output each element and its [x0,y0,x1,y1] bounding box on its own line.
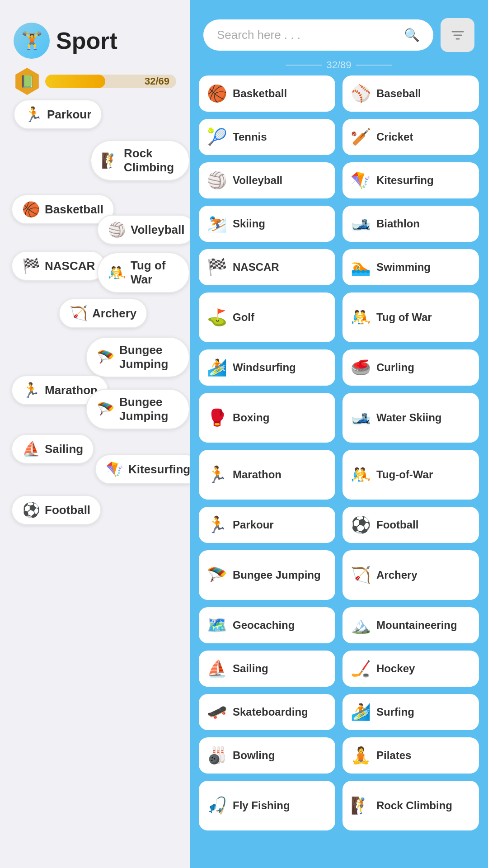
grid-item-kitesurfing[interactable]: 🪁Kitesurfing [343,162,479,198]
grid-emoji: 🗺️ [207,616,227,635]
grid-item-pilates[interactable]: 🧘Pilates [343,737,479,774]
grid-label: Mountaineering [376,619,457,632]
grid-item-bowling[interactable]: 🎳Bowling [199,737,335,774]
grid-item-baseball[interactable]: ⚾Baseball [343,75,479,112]
grid-item-windsurfing[interactable]: 🏄Windsurfing [199,349,335,386]
card-label: Marathon [45,383,98,397]
grid-emoji: 🧘 [351,746,371,765]
right-progress-label: 32/89 [190,57,488,75]
search-box[interactable]: Search here . . . 🔍 [203,19,433,51]
grid-item-rock-climbing[interactable]: 🧗Rock Climbing [343,781,479,830]
grid-label: Curling [376,361,414,374]
left-card-nascar[interactable]: 🏁NASCAR [11,251,106,281]
grid-emoji: 🏃 [207,465,227,484]
grid-emoji: 🪂 [207,566,227,585]
card-label: Basketball [45,203,103,217]
left-card-football[interactable]: ⚽Football [11,495,101,525]
grid-label: Bowling [233,749,275,762]
grid-item-nascar[interactable]: 🏁NASCAR [199,249,335,285]
left-card-bungee-jumping-1[interactable]: 🪂Bungee Jumping [86,337,190,377]
grid-emoji: 🧗 [351,796,371,815]
grid-label: Geocaching [233,619,295,632]
card-label: Kitesurfing [128,462,190,476]
grid-label: Volleyball [233,174,282,187]
grid-item-football[interactable]: ⚽Football [343,507,479,543]
card-emoji: 🏃 [22,382,40,399]
grid-emoji: 🪁 [351,171,371,190]
grid-item-swimming[interactable]: 🏊Swimming [343,249,479,285]
grid-item-archery[interactable]: 🏹Archery [343,550,479,600]
grid-label: Basketball [233,87,287,100]
grid-item-mountaineering[interactable]: 🏔️Mountaineering [343,607,479,643]
left-card-archery[interactable]: 🏹Archery [59,298,147,328]
card-label: Sailing [45,442,83,456]
grid-label: Biathlon [376,217,420,230]
grid-item-skateboarding[interactable]: 🛹Skateboarding [199,694,335,730]
left-card-parkour[interactable]: 🏃Parkour [14,99,102,129]
grid-label: NASCAR [233,261,279,274]
grid-label: Skateboarding [233,706,308,718]
left-card-rock-climbing[interactable]: 🧗Rock Climbing [90,140,190,181]
grid-item-hockey[interactable]: 🏒Hockey [343,651,479,687]
grid-emoji: 🏹 [351,566,371,585]
card-label: Tug of War [131,259,179,287]
search-placeholder[interactable]: Search here . . . [217,28,399,42]
grid-item-sailing[interactable]: ⛵Sailing [199,651,335,687]
grid-label: Skiing [233,217,265,230]
grid-item-geocaching[interactable]: 🗺️Geocaching [199,607,335,643]
progress-track: 32/69 [45,75,176,88]
grid-emoji: ⛷️ [207,214,227,233]
left-card-basketball[interactable]: 🏀Basketball [11,194,114,224]
left-card-bungee-jumping-2[interactable]: 🪂Bungee Jumping [86,389,190,429]
grid-item-boxing[interactable]: 🥊Boxing [199,393,335,443]
grid-emoji: 🏃 [207,515,227,534]
grid-item-marathon[interactable]: 🏃Marathon [199,450,335,500]
left-header: 🏋️ Sport [0,0,190,63]
grid-label: Boxing [233,411,269,424]
grid-item-fly-fishing[interactable]: 🎣Fly Fishing [199,781,335,830]
left-card-volleyball[interactable]: 🏐Volleyball [97,215,190,245]
grid-label: Cricket [376,131,413,143]
grid-label: Kitesurfing [376,174,434,187]
grid-item-parkour[interactable]: 🏃Parkour [199,507,335,543]
left-card-tug-of-war[interactable]: 🤼Tug of War [97,252,190,293]
grid-emoji: 🎣 [207,796,227,815]
card-label: Volleyball [131,223,184,237]
card-label: Rock Climbing [124,146,179,175]
progress-text: 32/69 [145,75,169,87]
grid-emoji: 🤼 [351,465,371,484]
grid-emoji: ⛳ [207,308,227,327]
grid-item-golf[interactable]: ⛳Golf [199,292,335,342]
card-label: NASCAR [45,259,95,273]
grid-item-cricket[interactable]: 🏏Cricket [343,119,479,155]
card-emoji: 🏁 [22,257,40,274]
grid-label: Parkour [233,519,274,531]
grid-emoji: 🛹 [207,703,227,722]
search-icon[interactable]: 🔍 [404,28,420,42]
card-emoji: 🧗 [101,152,119,169]
grid-item-volleyball[interactable]: 🏐Volleyball [199,162,335,198]
grid-label: Archery [376,569,418,581]
grid-item-biathlon[interactable]: 🎿Biathlon [343,206,479,242]
grid-item-curling[interactable]: 🥌Curling [343,349,479,386]
grid-emoji: 🏐 [207,171,227,190]
grid-item-basketball[interactable]: 🏀Basketball [199,75,335,112]
grid-emoji: 🎾 [207,127,227,146]
grid-emoji: 🎿 [351,214,371,233]
grid-item-tug-of-war[interactable]: 🤼Tug of War [343,292,479,342]
card-emoji: 🪂 [97,401,115,418]
grid-item-skiing[interactable]: ⛷️Skiing [199,206,335,242]
grid-label: Tennis [233,131,267,143]
left-card-sailing[interactable]: ⛵Sailing [11,434,94,464]
grid-item-tennis[interactable]: 🎾Tennis [199,119,335,155]
grid-item-water-skiing[interactable]: 🎿Water Skiing [343,393,479,443]
card-label: Football [45,503,90,517]
grid-item-surfing[interactable]: 🏄Surfing [343,694,479,730]
filter-button[interactable] [441,18,474,52]
left-card-kitesurfing[interactable]: 🪁Kitesurfing [95,454,190,484]
grid-emoji: 🏒 [351,659,371,678]
grid-item-tug-of-war-2[interactable]: 🤼Tug-of-War [343,450,479,500]
progress-icon: 📗 [14,68,41,95]
grid-item-bungee-jumping[interactable]: 🪂Bungee Jumping [199,550,335,600]
card-label: Archery [92,307,136,321]
